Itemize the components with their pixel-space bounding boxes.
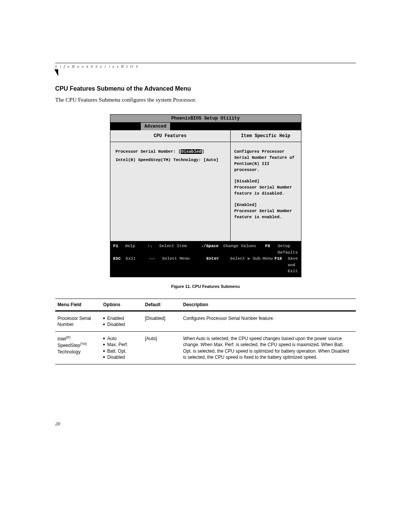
cell-description: When Auto is selected, the CPU speed cha… — [181, 332, 356, 364]
bios-field-speedstep-value: [Auto] — [204, 158, 219, 162]
bios-left-body: Processor Serial Number: [Disabled] Inte… — [110, 142, 230, 241]
bios-help-body: Configures Processor Serial Number featu… — [231, 142, 301, 241]
bios-key-space[interactable]: -/Space — [201, 243, 223, 256]
bios-label-changevalues: Change Values — [223, 243, 265, 256]
bios-help-p1: Configures Processor Serial Number featu… — [234, 149, 297, 173]
running-head: L i f e B o o k S S e r i e s B I O S — [55, 64, 356, 69]
bios-field-psn-value: Disabled — [181, 149, 202, 154]
bios-footer: F1 Help ↑↓ Select Item -/Space Change Va… — [110, 241, 301, 277]
table-row: Intel(R)SpeedStep(TM)Technology Auto Max… — [55, 332, 356, 364]
bios-body: CPU Features Processor Serial Number: [D… — [110, 130, 301, 241]
bios-key-enter[interactable]: Enter — [206, 256, 230, 275]
bios-key-f1[interactable]: F1 — [113, 243, 125, 256]
th-menu-field: Menu Field — [55, 299, 101, 311]
list-item: Enabled — [103, 315, 140, 321]
page-content: L i f e B o o k S S e r i e s B I O S CP… — [55, 63, 356, 364]
bios-tab-advanced[interactable]: Advanced — [141, 123, 170, 130]
bios-label-saveexit: Save and Exit — [288, 256, 298, 275]
th-description: Description — [181, 299, 356, 311]
table-header-row: Menu Field Options Default Description — [55, 299, 356, 311]
figure-caption: Figure 11. CPU Features Submenu — [55, 284, 356, 289]
bios-key-esc[interactable]: ESC — [113, 256, 126, 275]
bios-help-p2b: Processor Serial Number feature is disab… — [234, 185, 292, 196]
th-default: Default — [143, 299, 181, 311]
bios-title: PhoenixBIOS Setup Utility — [110, 115, 301, 123]
bios-help-p3a: [Enabled] — [234, 203, 257, 207]
bios-label-selectmenu: Select Menu — [162, 256, 207, 275]
table-row: Processor SerialNumber Enabled Disabled … — [55, 311, 356, 331]
thumb-tab-icon — [54, 69, 58, 76]
bios-help-p3b: Processor Serial Number feature is enabl… — [234, 209, 292, 219]
list-item: Max. Perf. — [103, 342, 140, 348]
list-item: Auto — [103, 335, 140, 342]
bios-field-speedstep[interactable]: Intel(R) SpeedStep(TM) Technology: [Auto… — [116, 157, 228, 163]
bios-key-f9[interactable]: F9 — [265, 243, 278, 256]
list-item: Batt. Opt. — [103, 348, 140, 354]
description-table: Menu Field Options Default Description P… — [55, 299, 356, 364]
bios-key-leftright[interactable]: ←→ — [150, 256, 162, 275]
section-intro: The CPU Features Submenu configures the … — [55, 96, 204, 104]
bios-tab-spacer — [110, 123, 141, 130]
cell-field: Processor SerialNumber — [55, 311, 101, 331]
list-item: Disabled — [103, 354, 140, 360]
list-item: Disabled — [103, 321, 140, 328]
cell-description: Configures Processor Serial Number featu… — [181, 311, 356, 331]
bios-label-setupdefaults: Setup Defaults — [278, 243, 298, 256]
bios-field-speedstep-label: Intel(R) SpeedStep(TM) Technology: — [116, 158, 201, 162]
bios-window: PhoenixBIOS Setup Utility Advanced CPU F… — [110, 114, 301, 277]
bios-footer-row-2: ESC Exit ←→ Select Menu Enter Select ▶ S… — [113, 256, 298, 275]
bios-help-p2a: [Disabled] — [234, 179, 260, 184]
bios-footer-row-1: F1 Help ↑↓ Select Item -/Space Change Va… — [113, 243, 298, 256]
bios-field-psn[interactable]: Processor Serial Number: [Disabled] — [116, 149, 228, 155]
bios-label-selectsubmenu: Select ▶ Sub-Menu — [230, 256, 275, 275]
bios-help-p3: [Enabled] Processor Serial Number featur… — [234, 202, 297, 220]
page-number: 20 — [55, 421, 60, 427]
bios-menu-bar: Advanced — [110, 123, 301, 130]
cell-default: [Disabled] — [143, 311, 181, 331]
bios-help-panel: Item Specific Help Configures Processor … — [231, 130, 301, 241]
bios-label-help: Help — [125, 243, 148, 256]
bios-label-exit: Exit — [126, 256, 150, 275]
bios-label-selectitem: Select Item — [159, 243, 201, 256]
section-title: CPU Features Submenu of the Advanced Men… — [55, 85, 356, 92]
cell-default: [Auto] — [143, 332, 181, 364]
cell-field: Intel(R)SpeedStep(TM)Technology — [55, 332, 101, 364]
cell-options: Auto Max. Perf. Batt. Opt. Disabled — [101, 332, 143, 364]
bios-help-p2: [Disabled] Processor Serial Number featu… — [234, 179, 297, 197]
bios-key-f10[interactable]: F10 — [274, 256, 288, 275]
bios-left-panel: CPU Features Processor Serial Number: [D… — [110, 130, 231, 241]
bios-key-updown[interactable]: ↑↓ — [147, 243, 159, 256]
bios-field-psn-label: Processor Serial Number: — [116, 149, 176, 154]
cell-options: Enabled Disabled — [101, 311, 143, 331]
bios-help-heading: Item Specific Help — [231, 130, 301, 142]
header-rule — [55, 63, 356, 63]
bios-left-heading: CPU Features — [110, 130, 230, 142]
th-options: Options — [101, 299, 143, 311]
